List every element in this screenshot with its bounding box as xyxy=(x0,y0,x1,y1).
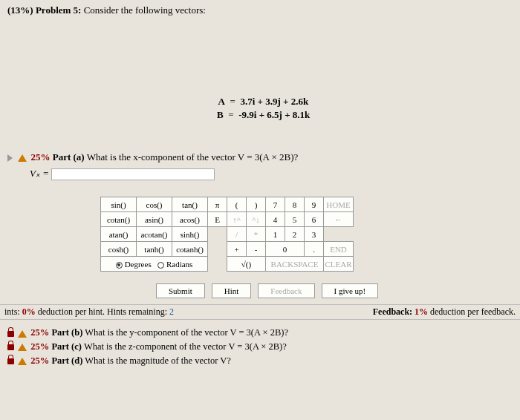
key-cosh[interactable]: cosh() xyxy=(101,242,137,257)
hint-button[interactable]: Hint xyxy=(212,283,252,298)
answer-symbol: Vₓ = xyxy=(30,168,49,179)
key-2[interactable]: 2 xyxy=(285,227,305,242)
hints-remaining: 2 xyxy=(169,306,174,317)
key-0[interactable]: 0 xyxy=(266,242,305,257)
warning-icon xyxy=(18,154,27,162)
part-b-pct: 25% xyxy=(30,327,49,338)
key-pi[interactable]: π xyxy=(208,197,227,212)
key-clear[interactable]: CLEAR xyxy=(324,257,354,272)
part-b-label: Part (b) xyxy=(51,327,82,338)
key-end[interactable]: END xyxy=(324,242,354,257)
problem-label: Problem 5: xyxy=(36,4,82,16)
key-8[interactable]: 8 xyxy=(285,197,305,212)
key-asin[interactable]: asin() xyxy=(137,212,172,227)
key-dot[interactable]: . xyxy=(305,242,324,257)
part-a-label: Part (a) xyxy=(53,151,85,163)
key-3[interactable]: 3 xyxy=(305,227,324,242)
key-sup[interactable]: ↑^ xyxy=(227,212,247,227)
problem-header: (13%) Problem 5: Consider the following … xyxy=(0,0,520,21)
lock-icon xyxy=(7,344,14,350)
action-buttons: Submit Hint Feedback I give up! xyxy=(156,283,520,298)
eq-b-rhs: -9.9i + 6.5j + 8.1k xyxy=(238,108,310,122)
hints-left-rest: deduction per hint. Hints remaining: xyxy=(38,306,167,317)
giveup-button[interactable]: I give up! xyxy=(322,283,379,298)
part-a-question: What is the x-component of the vector V … xyxy=(87,151,299,163)
part-c-q: What is the z-component of the vector V … xyxy=(84,341,287,352)
lock-icon xyxy=(7,358,14,364)
feedback-rest: deduction per feedback. xyxy=(430,306,516,317)
key-sqrt[interactable]: √() xyxy=(227,257,266,272)
key-cotan[interactable]: cotan() xyxy=(101,212,137,227)
eq-b-lhs: B xyxy=(210,108,224,122)
hints-left-label: ints: xyxy=(4,306,20,317)
key-4[interactable]: 4 xyxy=(266,212,285,227)
eq-b-eq: = xyxy=(226,108,236,122)
part-d-label: Part (d) xyxy=(51,355,82,366)
expand-icon[interactable] xyxy=(7,154,13,162)
key-cos[interactable]: cos() xyxy=(137,197,172,212)
key-tan[interactable]: tan() xyxy=(172,197,208,212)
feedback-button[interactable]: Feedback xyxy=(258,283,314,298)
key-acos[interactable]: acos() xyxy=(172,212,208,227)
problem-prompt: Consider the following vectors: xyxy=(84,4,206,16)
radio-radians-icon[interactable] xyxy=(157,262,164,269)
key-tanh[interactable]: tanh() xyxy=(137,242,172,257)
feedback-pct: 1% xyxy=(415,306,428,317)
radio-degrees-icon[interactable] xyxy=(116,262,123,269)
answer-row: Vₓ = xyxy=(30,168,490,180)
key-lparen[interactable]: ( xyxy=(227,197,247,212)
eq-a-lhs: A xyxy=(212,95,225,108)
part-d-pct: 25% xyxy=(30,355,49,366)
hints-line: ints: 0% deduction per hint. Hints remai… xyxy=(0,304,520,320)
key-1[interactable]: 1 xyxy=(266,227,285,242)
key-sinh[interactable]: sinh() xyxy=(172,227,208,242)
key-7[interactable]: 7 xyxy=(266,197,285,212)
part-a-header: 25% Part (a) What is the x-component of … xyxy=(7,151,513,163)
key-e[interactable]: E xyxy=(208,212,227,227)
key-cotanh[interactable]: cotanh() xyxy=(172,242,208,257)
key-6[interactable]: 6 xyxy=(305,212,324,227)
part-c-label: Part (c) xyxy=(51,341,82,352)
mode-degrees: Degrees xyxy=(125,260,152,269)
part-b-q: What is the y-component of the vector V … xyxy=(85,327,288,338)
key-home[interactable]: HOME xyxy=(324,197,354,212)
part-c-pct: 25% xyxy=(30,341,49,352)
key-backspace[interactable]: BACKSPACE xyxy=(266,257,324,272)
key-atan[interactable]: atan() xyxy=(101,227,137,242)
key-acotan[interactable]: acotan() xyxy=(137,227,172,242)
answer-input[interactable] xyxy=(51,168,215,180)
part-d-q: What is the magnitude of the vector V? xyxy=(85,355,231,366)
key-9[interactable]: 9 xyxy=(305,197,324,212)
problem-pct: (13%) xyxy=(7,4,33,16)
key-mul[interactable]: * xyxy=(247,227,266,242)
eq-a-eq: = xyxy=(227,95,238,108)
warning-icon xyxy=(18,344,27,351)
key-left[interactable]: ← xyxy=(324,212,354,227)
key-sin[interactable]: sin() xyxy=(101,197,137,212)
vector-equations: A = 3.7i + 3.9j + 2.6k B = -9.9i + 6.5j … xyxy=(0,95,520,122)
key-div[interactable]: / xyxy=(227,227,247,242)
key-sub[interactable]: ^↓ xyxy=(247,212,266,227)
hints-left-pct: 0% xyxy=(22,306,36,317)
key-minus[interactable]: - xyxy=(247,242,266,257)
key-rparen[interactable]: ) xyxy=(247,197,266,212)
key-5[interactable]: 5 xyxy=(285,212,305,227)
part-a-pct: 25% xyxy=(31,151,51,163)
submit-button[interactable]: Submit xyxy=(156,283,205,298)
keypad: sin() cos() tan() π ( ) 7 8 9 HOME cotan… xyxy=(100,197,354,272)
sub-parts: 25% Part (b) What is the y-component of … xyxy=(7,326,513,367)
feedback-label: Feedback: xyxy=(373,306,412,317)
mode-select[interactable]: Degrees Radians xyxy=(101,257,208,272)
eq-a-rhs: 3.7i + 3.9j + 2.6k xyxy=(240,95,308,108)
key-plus[interactable]: + xyxy=(227,242,247,257)
mode-radians: Radians xyxy=(166,260,192,269)
warning-icon xyxy=(18,358,27,365)
warning-icon xyxy=(18,330,27,338)
lock-icon xyxy=(7,331,14,337)
